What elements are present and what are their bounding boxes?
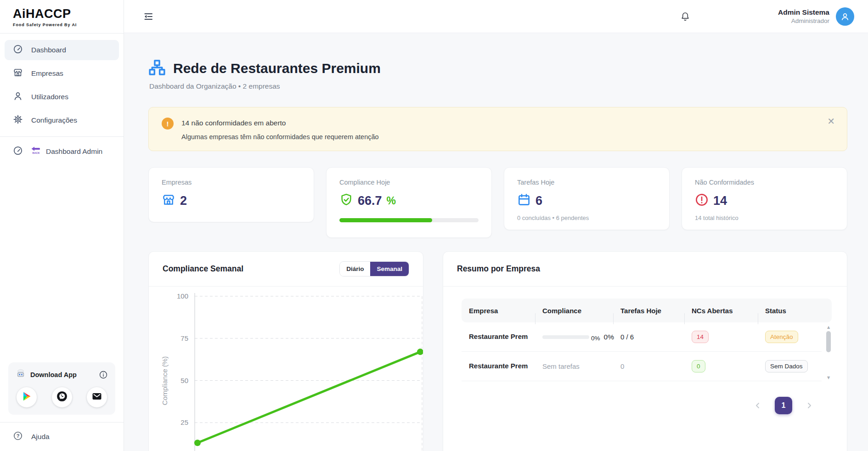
column-header-compliance: Compliance <box>535 307 613 315</box>
mail-icon <box>91 391 102 404</box>
download-app-title: Download App <box>30 371 77 378</box>
help-label: Ajuda <box>31 433 50 441</box>
sidebar-item-label: Utilizadores <box>31 93 68 101</box>
column-header-status: Status <box>758 307 832 315</box>
alert-message: Algumas empresas têm não conformidades q… <box>181 133 379 141</box>
google-play-icon <box>22 391 31 403</box>
sidebar-spacer <box>0 165 124 362</box>
gauge-icon <box>13 146 23 158</box>
brand-name: AiHACCP <box>13 7 111 21</box>
stat-card-ncs: Não Conformidades 14 14 total histórico <box>682 167 847 230</box>
svg-text:75: 75 <box>180 334 188 342</box>
download-app-card: Download App <box>8 362 115 415</box>
compliance-progress-fill <box>339 218 432 222</box>
toggle-semanal-button[interactable]: Semanal <box>370 262 409 276</box>
column-header-ncs: NCs Abertas <box>684 307 758 315</box>
chevron-right-icon[interactable] <box>805 401 813 410</box>
user-role: Administrador <box>778 17 829 24</box>
svg-text:25: 25 <box>180 418 188 426</box>
ncs-badge: 14 <box>692 331 709 343</box>
close-icon[interactable]: ✕ <box>827 116 835 127</box>
page-title: Rede de Restaurantes Premium <box>173 61 381 76</box>
scroll-down-icon[interactable]: ▼ <box>827 376 830 380</box>
help-icon: ? <box>13 431 23 443</box>
table-header-row: Empresa Compliance Tarefas Hoje NCs Aber… <box>462 299 832 322</box>
row-compliance-bar-label: 0% <box>591 335 600 342</box>
company-summary-card: Resumo por Empresa Empresa Compliance Ta… <box>443 251 847 451</box>
sidebar: AiHACCP Food Safety Powered By AI Dashbo… <box>0 0 124 451</box>
avatar[interactable] <box>836 7 854 26</box>
brand-logo: AiHACCP Food Safety Powered By AI <box>0 0 124 33</box>
toggle-diario-button[interactable]: Diário <box>340 262 370 276</box>
main-content: Rede de Restaurantes Premium Dashboard d… <box>124 33 868 451</box>
sidebar-item-ajuda[interactable]: ? Ajuda <box>0 423 124 451</box>
google-play-button[interactable] <box>17 387 37 407</box>
scroll-up-icon[interactable]: ▲ <box>827 325 830 330</box>
stat-value: 14 <box>713 194 727 208</box>
info-icon[interactable] <box>99 370 108 379</box>
whatsapp-button[interactable] <box>52 387 72 407</box>
row-tarefas: 0 / 6 <box>613 333 684 341</box>
notifications-bell-icon[interactable] <box>680 11 691 22</box>
sidebar-item-empresas[interactable]: Empresas <box>5 63 119 84</box>
sidebar-item-label: Dashboard Admin <box>46 147 102 156</box>
column-header-empresa: Empresa <box>462 307 535 315</box>
company-table: Empresa Compliance Tarefas Hoje NCs Aber… <box>443 287 847 414</box>
robot-chef-icon <box>16 369 26 381</box>
gauge-icon <box>13 44 23 56</box>
sidebar-item-dashboard-admin[interactable]: BACK Dashboard Admin <box>5 141 119 162</box>
storefront-icon <box>13 68 23 79</box>
stat-label: Tarefas Hoje <box>517 179 656 186</box>
ncs-badge: 0 <box>692 360 705 372</box>
stats-row: Empresas 2 Compliance Hoje <box>148 167 847 238</box>
row-tarefas: 0 <box>613 362 684 370</box>
table-body: Restaurante Premium 0% 0% 0 / 6 14 Atenç… <box>462 322 832 381</box>
sidebar-item-utilizadores[interactable]: Utilizadores <box>5 87 119 107</box>
back-emoji-icon: BACK <box>31 147 41 157</box>
row-compliance-text: Sem tarefas <box>542 362 580 370</box>
sidebar-nav: Dashboard Empresas Utili <box>0 34 124 136</box>
table-row[interactable]: Restaurante Premium 0% 0% 0 / 6 14 Atenç… <box>462 322 822 352</box>
stat-card-compliance: Compliance Hoje 66.7 % <box>326 167 492 238</box>
stat-label: Compliance Hoje <box>339 179 479 186</box>
page-header: Rede de Restaurantes Premium Dashboard d… <box>148 59 847 90</box>
org-sitemap-icon <box>148 59 166 78</box>
email-button[interactable] <box>87 387 107 407</box>
svg-text:100: 100 <box>177 292 188 300</box>
sidebar-item-configuracoes[interactable]: Configurações <box>5 110 119 130</box>
topbar: Admin Sistema Administrador <box>124 0 868 33</box>
row-compliance-value: 0% <box>604 333 614 341</box>
stat-value: 6 <box>535 194 542 208</box>
company-name: Restaurante Premium <box>469 333 528 340</box>
collapse-sidebar-icon[interactable] <box>143 11 153 22</box>
stat-unit: % <box>387 195 396 207</box>
status-badge: Sem Dados <box>765 360 808 372</box>
table-scrollbar[interactable]: ▲ ▼ <box>825 325 832 380</box>
sidebar-item-label: Configurações <box>31 116 77 124</box>
stat-subtext: 14 total histórico <box>695 214 834 221</box>
warning-icon: ! <box>162 118 174 130</box>
page-1-button[interactable]: 1 <box>775 397 792 414</box>
sidebar-item-dashboard[interactable]: Dashboard <box>5 40 119 60</box>
stat-card-empresas: Empresas 2 <box>148 167 314 222</box>
sidebar-item-label: Empresas <box>31 69 63 78</box>
user-menu[interactable]: Admin Sistema Administrador <box>778 8 829 24</box>
brand-tagline: Food Safety Powered By AI <box>13 23 111 27</box>
scrollbar-thumb[interactable] <box>826 331 831 352</box>
user-name: Admin Sistema <box>778 8 829 17</box>
bottom-row: Compliance Semanal Diário Semanal 100755… <box>148 251 847 451</box>
compliance-progress-track <box>339 218 479 222</box>
compliance-chart: 100755025Compliance (%) <box>149 287 423 451</box>
calendar-icon <box>517 193 531 209</box>
svg-text:BACK: BACK <box>33 152 40 154</box>
whatsapp-icon <box>56 390 68 404</box>
shield-check-icon <box>339 193 353 209</box>
chevron-left-icon[interactable] <box>754 401 762 410</box>
svg-text:Compliance (%): Compliance (%) <box>161 356 169 406</box>
table-row[interactable]: Restaurante Premium Sem tarefas 0 0 Sem … <box>462 352 822 381</box>
alert-circle-icon <box>695 193 709 209</box>
chart-title: Compliance Semanal <box>163 264 243 274</box>
table-title: Resumo por Empresa <box>457 264 540 274</box>
user-icon <box>13 91 23 103</box>
company-name: Restaurante Premium <box>469 362 528 370</box>
